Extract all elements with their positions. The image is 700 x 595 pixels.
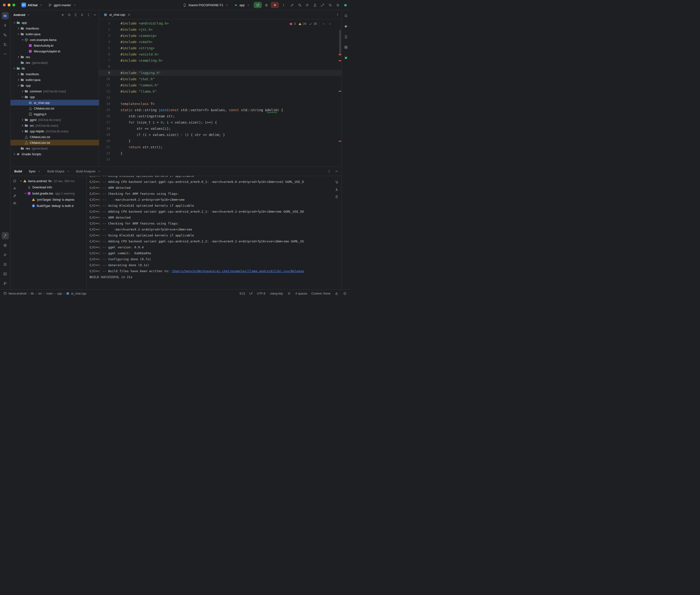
code-text[interactable]: std::ostringstream str; (110, 113, 175, 119)
expand-all-icon[interactable] (73, 12, 78, 17)
project-tree-item[interactable]: Gradle Scripts (10, 151, 99, 157)
pin-icon[interactable] (12, 194, 17, 198)
chevron-right-icon[interactable] (21, 123, 24, 128)
chevron-right-icon[interactable] (12, 152, 16, 156)
clear-all-icon[interactable] (334, 195, 339, 199)
code-text[interactable]: } (110, 138, 131, 144)
next-problem-icon[interactable] (328, 22, 332, 26)
line-number[interactable]: 15 (99, 107, 110, 113)
project-tree-item[interactable]: cpp (10, 94, 99, 100)
more-tool-windows-icon[interactable] (2, 50, 9, 57)
breadcrumb-item[interactable]: src (38, 292, 42, 295)
code-text[interactable]: #include "logging.h" (110, 70, 161, 76)
build-tool-window-title[interactable]: Build (14, 170, 22, 173)
code-line[interactable]: 5#include <string> (99, 45, 341, 51)
project-tree-item[interactable]: app (10, 20, 99, 26)
add-icon[interactable] (60, 12, 65, 17)
code-line[interactable]: 2#include <jni.h> (99, 26, 341, 33)
project-tree-item[interactable]: com.example.llama (10, 37, 99, 42)
code-text[interactable] (110, 94, 120, 101)
close-tab-icon[interactable] (127, 12, 131, 17)
chevron-down-icon[interactable] (17, 84, 20, 87)
error-stripe-mark[interactable] (339, 60, 341, 61)
gradle-tool-icon[interactable] (342, 23, 349, 30)
line-number[interactable]: 13 (99, 94, 110, 101)
chevron-right-icon[interactable] (17, 55, 20, 59)
collapse-all-icon[interactable] (80, 12, 84, 17)
tab-build-output[interactable]: Build Output (45, 168, 73, 174)
line-number[interactable]: 22 (99, 150, 110, 157)
breadcrumb-item[interactable]: llama.android (8, 292, 26, 295)
gemini-icon[interactable] (343, 3, 347, 7)
project-tool-icon[interactable] (2, 12, 9, 19)
stop-sync-icon[interactable] (12, 186, 17, 191)
indent-style[interactable]: 4 spaces (295, 292, 307, 295)
code-text[interactable]: static std::string join(const std::vecto… (110, 107, 283, 113)
panel-options-icon[interactable] (86, 12, 90, 17)
code-line[interactable]: 21 return str.str(); (99, 144, 341, 150)
code-text[interactable]: str << values[i]; (110, 125, 171, 132)
line-number[interactable]: 18 (99, 125, 110, 132)
project-tree-item[interactable]: MainActivity.kt (10, 42, 99, 48)
code-line[interactable]: 14template<class T> (99, 101, 341, 107)
profiler-icon[interactable] (313, 3, 317, 7)
chevron-right-icon[interactable] (21, 129, 24, 133)
build-panel-options-icon[interactable] (327, 169, 331, 174)
code-text[interactable]: #include "llama.h" (110, 88, 157, 94)
chevron-down-icon[interactable] (17, 32, 20, 36)
project-tree-item[interactable]: Hlogging.h (10, 111, 99, 117)
vcs-stripe-mark[interactable] (339, 91, 341, 92)
layout-inspector-tool-icon[interactable] (342, 44, 349, 51)
project-tree-item[interactable]: ggml[AiChat.lib.main] (10, 117, 99, 123)
device-selector[interactable]: Xiaomi POCOPHONE F1 (181, 2, 231, 8)
pull-requests-tool-icon[interactable] (2, 41, 9, 48)
project-tree-item[interactable]: src[AiChat.lib.main] (10, 123, 99, 128)
line-number[interactable]: 8 (99, 63, 110, 70)
line-number[interactable]: 21 (99, 144, 110, 150)
code-line[interactable]: 3#include <iomanip> (99, 33, 341, 39)
code-text[interactable]: if (i < values.size() - 1) { str << deli… (110, 132, 225, 138)
tab-sync[interactable]: Sync (26, 168, 44, 174)
locate-file-icon[interactable] (67, 12, 71, 17)
version-control-tool-icon[interactable] (2, 280, 9, 287)
code-line[interactable]: 15static std::string join(const std::vec… (99, 107, 341, 113)
code-text[interactable]: return str.str(); (110, 144, 163, 150)
soft-wrap-icon[interactable] (334, 180, 339, 184)
context-widget[interactable]: Context: None (311, 292, 330, 295)
project-tree-item[interactable]: res (10, 54, 99, 60)
code-line[interactable]: 17 for (size_t i = 0; i < values.size();… (99, 119, 341, 125)
line-number[interactable]: 7 (99, 57, 110, 63)
chevron-down-icon[interactable] (19, 179, 23, 183)
editor-scrollbar[interactable] (339, 30, 341, 56)
notifications-tool-icon[interactable] (342, 12, 349, 19)
logcat-tool-icon[interactable] (2, 251, 9, 258)
close-icon[interactable] (37, 169, 41, 174)
search-everywhere-icon[interactable] (328, 3, 332, 7)
commit-tool-icon[interactable] (2, 22, 9, 29)
code-text[interactable]: #include <unistd.h> (110, 51, 159, 57)
code-line[interactable]: 20 } (99, 138, 341, 144)
code-line[interactable]: 19 if (i < values.size() - 1) { str << d… (99, 132, 341, 138)
line-number[interactable]: 4 (99, 39, 110, 45)
code-line[interactable]: 7#include <sampling.h> (99, 57, 341, 63)
stop-button[interactable] (271, 2, 279, 8)
project-tree-item[interactable]: cpp-httplib[AiChat.lib.main] (10, 128, 99, 134)
code-text[interactable]: #include <iomanip> (110, 33, 157, 39)
chevron-down-icon[interactable] (21, 95, 24, 99)
project-tree-item[interactable]: C+ai_chat.cpp (10, 100, 99, 106)
editor-tab[interactable]: C+ ai_chat.cpp (101, 10, 134, 19)
line-number[interactable]: 23 (99, 157, 110, 163)
project-tree-item[interactable]: lib (10, 65, 99, 71)
project-tree-item[interactable]: cpp (10, 83, 99, 88)
build-tree-item[interactable]: llama.android: fin22 sec, 583 ms (19, 178, 86, 184)
line-number[interactable]: 11 (99, 82, 110, 88)
code-text[interactable]: } (110, 150, 122, 157)
project-tree-item[interactable]: CMakeLists.txt (10, 106, 99, 111)
show-details-icon[interactable] (12, 201, 17, 205)
error-stripe-mark[interactable] (339, 54, 341, 55)
line-number[interactable]: 2 (99, 26, 110, 33)
rerun-sync-icon[interactable] (12, 179, 17, 183)
project-tree-item[interactable]: kotlin+java (10, 77, 99, 83)
project-tree-item[interactable]: MessageAdapter.kt (10, 48, 99, 54)
project-tree-item[interactable]: common[AiChat.lib.main] (10, 88, 99, 94)
